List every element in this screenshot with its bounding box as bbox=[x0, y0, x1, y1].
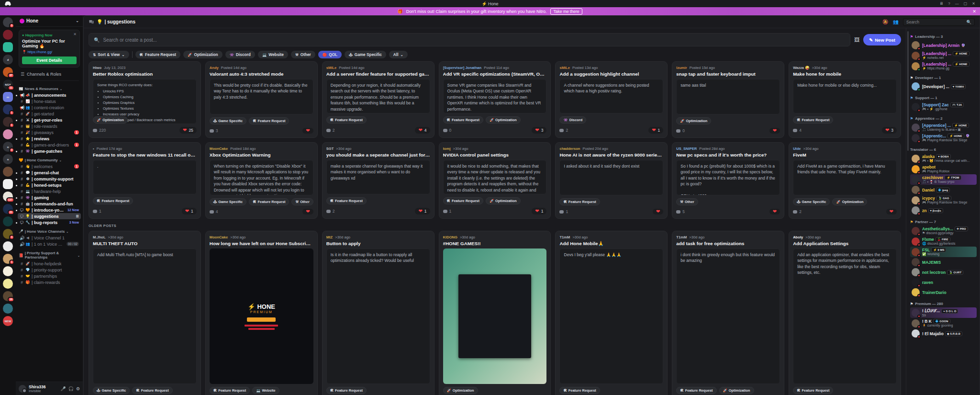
sidebar-item-priority-support[interactable]: #💎| priority-support bbox=[18, 267, 81, 273]
post-card[interactable]: KIDONG>30d ago#HONE GAMES!!🚀Optimization bbox=[439, 231, 551, 395]
post-card[interactable]: Wazza 🤪>30d agoMake hone for mobileMake … bbox=[789, 61, 901, 138]
post-tag-other[interactable]: ⚒Other bbox=[676, 198, 698, 205]
post-card[interactable]: tomj>30d agoNVIDIA control panel setting… bbox=[439, 142, 551, 219]
post-tag-feature-request[interactable]: 🛠Feature Request bbox=[93, 197, 133, 204]
post-card[interactable]: HiwoJuly 13, 2023Better Roblox optimisat… bbox=[89, 61, 201, 138]
guild-header[interactable]: Hone ⌄ bbox=[16, 15, 83, 27]
post-tag-optimization[interactable]: 🚀Optimization bbox=[93, 116, 128, 124]
server-icon[interactable]: 137 bbox=[3, 192, 13, 202]
post-tag-website[interactable]: 💻Website bbox=[252, 387, 279, 394]
member-row[interactable]: FSL⚡ 0 MS✅ Working bbox=[910, 247, 977, 257]
maximize-button[interactable]: ▢ bbox=[964, 1, 968, 6]
scrollbar[interactable] bbox=[907, 31, 909, 151]
member-row[interactable]: ! B K💠 GOON🧍 currently gooning bbox=[910, 318, 977, 328]
server-icon[interactable]: 3 bbox=[3, 17, 13, 27]
post-card[interactable]: sMiLePosted 14d agoAdd a server finder f… bbox=[322, 61, 434, 138]
banner-close-icon[interactable]: ✕ bbox=[972, 9, 976, 14]
filter-tag-other[interactable]: ⚒Other bbox=[291, 51, 315, 58]
server-icon[interactable]: u3 bbox=[3, 142, 13, 152]
sidebar-item-suggestions[interactable]: 🗩💡| suggestions≣ bbox=[18, 213, 81, 219]
post-tag-feature-request[interactable]: 🛠Feature Request bbox=[249, 117, 289, 124]
post-tag-feature-request[interactable]: 🛠Feature Request bbox=[676, 387, 716, 394]
sidebar-item-commands-and-fun[interactable]: #🤖| commands-and-fun bbox=[18, 201, 81, 207]
mic-icon[interactable]: 🎤 bbox=[60, 386, 66, 391]
server-icon[interactable]: 1 bbox=[3, 254, 13, 264]
new-post-button[interactable]: ✎ New Post bbox=[863, 34, 901, 45]
sidebar-item-gaming[interactable]: #👾| gaming bbox=[18, 194, 81, 201]
post-card[interactable]: [Supervisor] JonathanPosted 11d agoAdd V… bbox=[439, 61, 551, 138]
sort-and-view-button[interactable]: ⇅ Sort & View ⌄ bbox=[89, 51, 129, 58]
post-tag-feature-request[interactable]: 🛠Feature Request bbox=[443, 116, 483, 124]
settings-gear-icon[interactable]: ⚙ bbox=[76, 386, 80, 391]
server-icon[interactable]: 1 bbox=[3, 117, 13, 127]
post-tag-game-specific[interactable]: 🕹Game Specific bbox=[93, 387, 130, 394]
post-tag-optimization[interactable]: 🚀Optimization bbox=[486, 116, 521, 124]
sidebar-item-partnerships[interactable]: #🤝| partnerships bbox=[18, 273, 81, 279]
server-icon[interactable] bbox=[3, 279, 13, 289]
like-button[interactable]: ❤ bbox=[886, 209, 897, 214]
member-row[interactable]: MAJEMIS bbox=[910, 257, 977, 267]
minimize-button[interactable]: — bbox=[955, 1, 959, 6]
like-button[interactable]: ❤ bbox=[769, 128, 780, 134]
post-card[interactable]: IzumirPosted 15d agosnap tap and faster … bbox=[672, 61, 784, 138]
member-row[interactable]: alaska♥ BOBA🎮 • 🐱 i'mma orange cat with.… bbox=[910, 153, 977, 164]
headphones-icon[interactable]: 🎧 bbox=[68, 386, 74, 391]
post-tag-optimization[interactable]: 🚀Optimization bbox=[443, 387, 478, 394]
post-tag-feature-request[interactable]: 🛠Feature Request bbox=[793, 116, 833, 124]
post-tag-optimization[interactable]: 🚀Optimization bbox=[486, 197, 521, 204]
member-row[interactable]: [Leadership] ...⚡ HONE⚡ nohello.net bbox=[910, 50, 977, 61]
member-row[interactable]: Aestheticallys...✈ PRO⚑ discord.gg/prodi… bbox=[910, 226, 977, 236]
post-tag-game-specific[interactable]: 🕹Game Specific bbox=[210, 198, 246, 205]
member-row[interactable]: [Leadership] ...⚡ HONE⚡ https://hone.gg bbox=[910, 61, 977, 71]
member-row[interactable]: ! El Majalio◆ S.R.B.B bbox=[910, 328, 977, 339]
post-tag-feature-request[interactable]: 🛠Feature Request bbox=[559, 198, 600, 205]
like-button[interactable]: ❤4 bbox=[415, 127, 430, 134]
post-tag-feature-request[interactable]: 🛠Feature Request bbox=[793, 387, 833, 394]
post-tag-feature-request[interactable]: 🛠Feature Request bbox=[326, 116, 367, 124]
post-card[interactable]: Aboly>30d agoAdd Application SettingsAdd… bbox=[789, 231, 901, 395]
post-tag-other[interactable]: ⚒Other bbox=[291, 198, 313, 205]
post-card[interactable]: T1mM>30d agoadd task for free optimizati… bbox=[672, 231, 784, 395]
post-card[interactable]: AndyPosted 14d agoValorant auto 4:3 stre… bbox=[205, 61, 318, 138]
post-tag-optimization[interactable]: 🚀Optimization bbox=[676, 117, 711, 124]
channels-and-roles[interactable]: ☰ Channels & Roles bbox=[20, 70, 79, 81]
server-icon[interactable]: NSX11 bbox=[3, 79, 13, 90]
sidebar-item-game-patches[interactable]: #👾| game-patches bbox=[18, 148, 81, 154]
post-tag-feature-request[interactable]: 🛠Feature Request bbox=[443, 197, 483, 204]
member-list-icon[interactable]: 👥 bbox=[893, 19, 899, 24]
post-card[interactable]: T1mM>30d agoAdd Hone Mobile🙏Devs I beg y… bbox=[555, 231, 668, 395]
sidebar-item-get-started[interactable]: #🚀| get-started bbox=[18, 111, 81, 117]
filter-tag-qol[interactable]: 🔴QOL bbox=[318, 51, 342, 58]
server-icon[interactable] bbox=[3, 266, 13, 276]
category-header[interactable]: 🎤| Hone Voice Channels⌄ bbox=[19, 229, 80, 234]
like-button[interactable]: ❤25 bbox=[179, 127, 197, 134]
member-row[interactable]: not lecctron🍃 GURT bbox=[910, 267, 977, 277]
like-button[interactable]: ❤1 bbox=[415, 208, 430, 214]
layout-toggle-icon[interactable]: 🖼 bbox=[854, 37, 859, 43]
notifications-muted-icon[interactable]: 🔕 bbox=[882, 19, 888, 24]
search-input[interactable]: Search 🔍 bbox=[903, 18, 975, 26]
post-tag-feature-request[interactable]: 🛠Feature Request bbox=[249, 198, 289, 205]
sidebar-item-content-creation[interactable]: 📢👥| content-creation bbox=[18, 104, 81, 111]
server-icon[interactable] bbox=[3, 241, 13, 251]
member-row[interactable]: zn♥ βooβs bbox=[910, 205, 977, 215]
sidebar-item-role-rewards[interactable]: #👑| role-rewards bbox=[18, 123, 81, 129]
member-row[interactable]: Flxme🍒 FIRE🌐 discord.gg/tiertests bbox=[910, 236, 977, 247]
like-button[interactable]: ❤3 bbox=[532, 127, 546, 134]
close-button[interactable]: ✕ bbox=[972, 1, 975, 6]
event-close-icon[interactable]: ✕ bbox=[73, 32, 77, 36]
server-icon[interactable] bbox=[3, 42, 13, 52]
server-icon[interactable]: 16 bbox=[3, 291, 13, 301]
server-icon[interactable]: 4 bbox=[3, 229, 13, 239]
like-button[interactable]: ❤ bbox=[769, 209, 780, 214]
event-link[interactable]: 📍 https://hone.gg/ bbox=[22, 50, 77, 54]
help-icon[interactable]: ? bbox=[948, 1, 950, 6]
member-list[interactable]: ⚑Leadership — 3[Leadership] Armin🔮[Leade… bbox=[906, 28, 980, 395]
avatar[interactable] bbox=[19, 385, 26, 393]
post-card[interactable]: •Posted 17d agoFeature to stop the new w… bbox=[89, 142, 201, 219]
server-icon[interactable]: 1 bbox=[3, 104, 13, 114]
server-icon[interactable]: d bbox=[3, 55, 13, 65]
event-details-button[interactable]: Event Details bbox=[22, 56, 77, 64]
sidebar-item-general-chat[interactable]: #💬| general-chat bbox=[18, 169, 81, 176]
member-row[interactable]: [Support] Zac🎮 TJA🎮 • ⚡ .gg/hone bbox=[910, 102, 977, 112]
